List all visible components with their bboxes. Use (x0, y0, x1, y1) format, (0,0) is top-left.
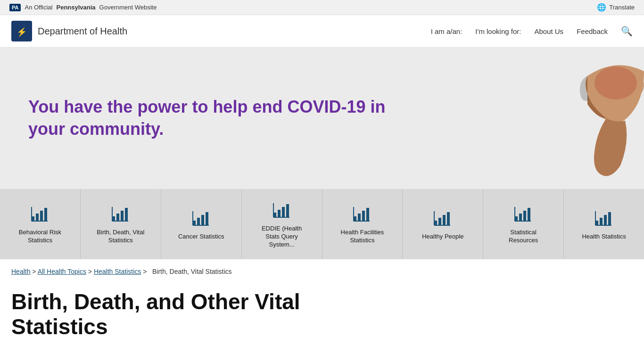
nav-tile-statistical-resources[interactable]: StatisticalResources (483, 189, 564, 259)
svg-rect-41 (519, 214, 522, 221)
svg-rect-6 (40, 211, 43, 221)
translate-label: Translate (609, 4, 635, 11)
svg-rect-19 (206, 212, 208, 225)
svg-rect-18 (201, 215, 204, 225)
translate-button[interactable]: 🌐 Translate (597, 3, 635, 12)
chart-icon-birth (110, 203, 131, 224)
page-title-line1: Birth, Death, and Other Vital (11, 289, 300, 314)
nav-about-us[interactable]: About Us (534, 27, 563, 35)
chart-icon-facilities (352, 203, 372, 224)
search-button[interactable]: 🔍 (621, 25, 633, 37)
breadcrumb-health[interactable]: Health (11, 268, 30, 275)
globe-icon: 🌐 (597, 3, 606, 12)
pa-badge: PA (9, 4, 21, 11)
tile-label-eddie: EDDIE (HealthStats QuerySystem... (262, 225, 302, 249)
breadcrumb-sep-3: > (143, 268, 150, 275)
breadcrumb: Health > All Health Topics > Health Stat… (0, 259, 644, 279)
main-content: Birth, Death, and Other Vital Statistics (0, 279, 644, 358)
svg-rect-37 (447, 212, 450, 225)
arm-svg (521, 48, 644, 189)
pa-logo-icon: ⚡ (11, 21, 32, 41)
nav-tile-birth-death[interactable]: Birth, Death, VitalStatistics (81, 189, 161, 259)
breadcrumb-sep-2: > (88, 268, 94, 275)
site-logo[interactable]: ⚡ Department of Health (11, 21, 127, 41)
hero-headline: You have the power to help end COVID-19 … (28, 96, 396, 140)
nav-tiles-bar: Behavioral RiskStatistics Birth, Death, … (0, 189, 644, 259)
gov-bar: PA An Official Pennsylvania Government W… (0, 0, 644, 15)
svg-rect-24 (282, 207, 285, 217)
tile-label-resources: StatisticalResources (509, 229, 538, 245)
gov-bar-left: PA An Official Pennsylvania Government W… (9, 4, 157, 11)
breadcrumb-health-statistics[interactable]: Health Statistics (94, 268, 141, 275)
svg-rect-13 (125, 208, 128, 221)
svg-rect-12 (121, 211, 124, 221)
nav-feedback[interactable]: Feedback (577, 27, 608, 35)
nav-looking-for[interactable]: I'm looking for: (475, 27, 521, 35)
breadcrumb-sep-1: > (32, 268, 37, 275)
svg-rect-47 (600, 218, 603, 225)
page-title-line2: Statistics (11, 314, 108, 339)
state-name: Pennsylvania (56, 4, 95, 11)
breadcrumb-current: Birth, Death, Vital Statistics (152, 268, 232, 275)
svg-point-3 (594, 66, 637, 99)
svg-rect-36 (443, 215, 446, 225)
svg-rect-42 (523, 211, 526, 221)
svg-rect-43 (528, 208, 530, 221)
tile-label-cancer: Cancer Statistics (178, 233, 224, 241)
hero-banner: You have the power to help end COVID-19 … (0, 48, 644, 189)
svg-rect-48 (604, 215, 607, 225)
chart-icon-cancer (191, 207, 212, 228)
svg-rect-49 (608, 212, 611, 225)
hero-image (521, 48, 644, 189)
nav-tile-cancer[interactable]: Cancer Statistics (161, 189, 242, 259)
nav-tile-behavioral-risk[interactable]: Behavioral RiskStatistics (0, 189, 81, 259)
org-name: Department of Health (38, 26, 127, 37)
main-nav: I am a/an: I'm looking for: About Us Fee… (431, 25, 633, 37)
chart-icon-healthy-people (432, 207, 453, 228)
svg-rect-35 (438, 218, 441, 225)
official-text-1: An Official (25, 4, 52, 11)
svg-rect-30 (362, 211, 365, 221)
svg-text:⚡: ⚡ (17, 27, 27, 37)
tile-label-birth: Birth, Death, VitalStatistics (97, 229, 144, 245)
official-text-2: Government Website (99, 4, 157, 11)
chart-icon-health-stats (594, 207, 614, 228)
tile-label-healthy-people: Healthy People (422, 233, 463, 241)
breadcrumb-all-health[interactable]: All Health Topics (38, 268, 86, 275)
svg-rect-31 (366, 208, 369, 221)
nav-tile-health-statistics[interactable]: Health Statistics (564, 189, 644, 259)
svg-rect-17 (197, 218, 200, 225)
tile-label-health-statistics: Health Statistics (582, 233, 626, 241)
nav-tile-health-facilities[interactable]: Health FacilitiesStatistics (322, 189, 403, 259)
nav-tile-healthy-people[interactable]: Healthy People (403, 189, 483, 259)
site-header: ⚡ Department of Health I am a/an: I'm lo… (0, 15, 644, 48)
page-title: Birth, Death, and Other Vital Statistics (11, 289, 341, 339)
tile-label-facilities: Health FacilitiesStatistics (341, 229, 384, 245)
svg-rect-11 (116, 214, 119, 221)
nav-i-am-an[interactable]: I am a/an: (431, 27, 462, 35)
chart-icon-eddie (272, 199, 292, 220)
svg-rect-5 (36, 214, 39, 221)
chart-icon-behavioral (30, 203, 50, 224)
svg-rect-7 (44, 208, 47, 221)
svg-rect-25 (286, 204, 289, 217)
svg-rect-29 (358, 214, 361, 221)
hero-text-block: You have the power to help end COVID-19 … (0, 68, 424, 169)
chart-icon-resources (513, 203, 534, 224)
nav-tile-eddie[interactable]: EDDIE (HealthStats QuerySystem... (242, 189, 322, 259)
tile-label-behavioral: Behavioral RiskStatistics (19, 229, 61, 245)
svg-rect-23 (278, 210, 281, 217)
